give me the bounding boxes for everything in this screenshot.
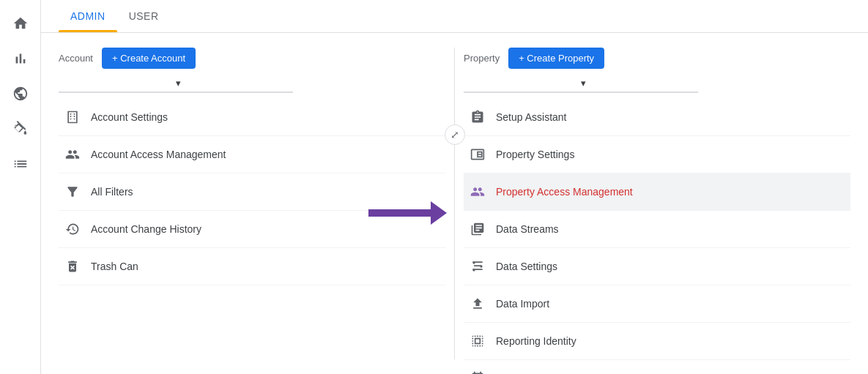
main-content: ADMIN USER Account + Create Account ▾ Ac… [41,0,868,374]
tabs-bar: ADMIN USER [41,0,868,33]
tab-admin[interactable]: ADMIN [59,0,117,32]
people-icon [64,146,81,162]
building-icon [64,109,81,125]
menu-item-setup-assistant[interactable]: Setup Assistant [464,99,850,136]
property-dropdown[interactable]: ▾ [464,78,698,93]
panel-divider: ⤢ [454,48,455,359]
content-area: Account + Create Account ▾ Account Setti… [41,33,868,374]
attribution-icon [470,370,486,374]
svg-point-2 [472,269,475,271]
menu-item-attribution-settings[interactable]: Attribution Settings [464,360,850,374]
create-account-button[interactable]: + Create Account [102,48,196,69]
svg-point-1 [480,265,482,267]
home-icon[interactable] [6,9,35,38]
list-icon[interactable] [6,149,35,179]
checklist-icon [470,109,486,125]
account-label: Account [59,53,93,64]
data-import-label: Data Import [496,298,549,310]
target-icon[interactable] [6,79,35,108]
property-panel-header: Property + Create Property [464,48,850,69]
menu-item-property-settings[interactable]: Property Settings [464,136,850,173]
account-access-label: Account Access Management [91,149,226,160]
trash-icon [64,258,81,274]
arrow-head-icon [431,201,447,225]
trash-can-label: Trash Can [91,261,138,272]
property-panel-wrapper: Property + Create Property ▾ Setup Assis… [464,48,850,359]
layout-icon [470,146,486,162]
account-dropdown[interactable]: ▾ [59,78,293,93]
data-streams-label: Data Streams [496,223,559,235]
property-menu-list: Setup Assistant Property Settings Proper… [464,99,850,374]
arrow-body [368,209,431,217]
menu-item-trash-can[interactable]: Trash Can [59,248,445,285]
menu-item-data-streams[interactable]: Data Streams [464,211,850,248]
account-dropdown-arrow-icon: ▾ [176,78,293,89]
svg-point-0 [472,261,475,263]
sidebar [0,0,41,374]
import-icon [470,296,486,312]
move-icon: ⤢ [445,124,465,145]
purple-arrow [368,201,447,225]
reporting-identity-label: Reporting Identity [496,335,576,347]
menu-item-data-import[interactable]: Data Import [464,285,850,323]
property-settings-label: Property Settings [496,149,574,160]
property-dropdown-arrow-icon: ▾ [581,78,698,89]
data-settings-label: Data Settings [496,261,557,272]
people2-icon [470,184,486,200]
menu-item-account-access[interactable]: Account Access Management [59,136,445,173]
setup-assistant-label: Setup Assistant [496,111,567,123]
all-filters-label: All Filters [91,186,133,198]
property-access-label: Property Access Management [496,186,633,198]
menu-item-property-access[interactable]: Property Access Management [464,173,850,211]
filter-icon [64,184,81,200]
satellite-icon[interactable] [6,114,35,143]
property-panel: Property + Create Property ▾ Setup Assis… [464,48,850,374]
data-settings-icon [470,258,486,274]
menu-item-reporting-identity[interactable]: Reporting Identity [464,323,850,360]
bar-chart-icon[interactable] [6,44,35,73]
account-change-history-label: Account Change History [91,223,201,235]
history-icon [64,221,81,237]
tab-user[interactable]: USER [117,0,171,32]
reporting-icon [470,333,486,349]
streams-icon [470,221,486,237]
account-panel-header: Account + Create Account [59,48,445,69]
account-menu-list: Account Settings Account Access Manageme… [59,99,445,285]
menu-item-account-settings[interactable]: Account Settings [59,99,445,136]
create-property-button[interactable]: + Create Property [508,48,604,69]
property-label: Property [464,53,500,64]
account-settings-label: Account Settings [91,111,168,123]
menu-item-data-settings[interactable]: Data Settings [464,248,850,285]
